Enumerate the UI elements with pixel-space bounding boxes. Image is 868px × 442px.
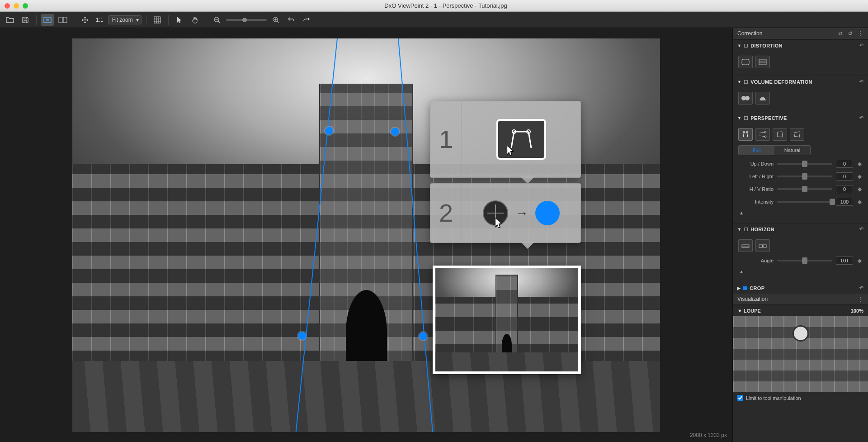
reset-icon[interactable]: ↶	[859, 226, 863, 232]
section-title: CROP	[750, 285, 764, 291]
open-file-button[interactable]	[4, 14, 16, 26]
perspective-tool-icon	[496, 119, 546, 160]
leftright-value[interactable]	[836, 172, 853, 181]
perspective-vertical-button[interactable]	[738, 128, 753, 141]
perspective-handle[interactable]	[419, 332, 427, 340]
volume-section-header[interactable]: ▼ VOLUME DEFORMATION ↶	[733, 76, 868, 87]
tutorial-callout-step1: 1	[430, 101, 581, 178]
single-view-button[interactable]	[41, 14, 54, 26]
grid-button[interactable]	[151, 14, 164, 26]
section-title: PERSPECTIVE	[750, 115, 787, 121]
image-viewport[interactable]: 1 2 →	[0, 28, 732, 442]
move-tool-button[interactable]	[79, 14, 91, 26]
perspective-horizontal-button[interactable]	[755, 128, 770, 141]
panel-title: Correction	[737, 30, 762, 37]
compare-view-button[interactable]	[57, 14, 69, 26]
svg-point-11	[745, 96, 750, 100]
zoom-1to1-button[interactable]: 1:1	[94, 17, 105, 23]
leftright-label: Left / Right	[738, 174, 774, 179]
reset-all-icon[interactable]: ↺	[847, 30, 854, 37]
perspective-mode-tabs: Full Natural	[738, 145, 811, 155]
panel-menu-icon[interactable]: ⋮	[857, 30, 863, 37]
distortion-manual-button[interactable]	[755, 56, 770, 68]
reset-icon[interactable]: ↶	[859, 79, 863, 85]
pointer-tool-button[interactable]	[173, 14, 186, 26]
svg-rect-2	[59, 17, 62, 23]
reset-icon[interactable]: ↶	[859, 285, 863, 291]
svg-point-18	[762, 245, 764, 247]
right-panel: Correction ⧉ ↺ ⋮ ▼ DISTORTION ↶ ▼ VOLUME…	[732, 28, 868, 442]
stepper-icon[interactable]: ◆	[857, 199, 863, 205]
leftright-slider[interactable]	[777, 176, 832, 177]
handle-dot-icon	[535, 201, 560, 225]
loupe-zoom[interactable]: 100%	[851, 308, 863, 314]
perspective-handle[interactable]	[325, 127, 333, 135]
distortion-auto-button[interactable]	[738, 56, 753, 68]
hand-tool-button[interactable]	[189, 14, 201, 26]
perspective-rectangle-button[interactable]	[773, 128, 787, 141]
mode-natural-tab[interactable]: Natural	[774, 146, 810, 155]
hvratio-value[interactable]	[836, 185, 853, 193]
zoom-out-icon[interactable]	[211, 14, 223, 26]
popout-icon[interactable]: ⧉	[837, 30, 844, 37]
mode-full-tab[interactable]: Full	[739, 146, 774, 155]
panel-menu-icon[interactable]: ⋮	[857, 296, 863, 302]
intensity-value[interactable]	[836, 198, 853, 206]
collapse-icon[interactable]: ▴	[738, 209, 745, 216]
distortion-section-header[interactable]: ▼ DISTORTION ↶	[733, 39, 868, 51]
angle-value[interactable]	[836, 257, 853, 265]
svg-rect-8	[742, 59, 749, 65]
crop-section-header[interactable]: ▶ CROP ↶	[733, 282, 868, 294]
angle-slider[interactable]	[777, 260, 832, 261]
undo-button[interactable]	[285, 14, 297, 26]
section-title: DISTORTION	[750, 43, 783, 48]
stepper-icon[interactable]: ◆	[857, 186, 863, 192]
zoom-slider[interactable]	[226, 19, 267, 21]
arrow-right-icon: →	[515, 205, 528, 221]
updown-slider[interactable]	[777, 163, 832, 165]
close-window-button[interactable]	[5, 3, 10, 9]
hvratio-slider[interactable]	[777, 188, 832, 190]
intensity-slider[interactable]	[777, 201, 832, 203]
perspective-8point-button[interactable]	[790, 128, 804, 141]
stepper-icon[interactable]: ◆	[857, 173, 863, 180]
updown-label: Up / Down	[738, 161, 774, 166]
zoom-select[interactable]: Fit zoom	[108, 15, 142, 24]
perspective-handle[interactable]	[391, 128, 399, 136]
stepper-icon[interactable]: ◆	[857, 161, 863, 167]
main-toolbar: 1:1 Fit zoom	[0, 12, 868, 28]
collapse-icon[interactable]: ▴	[738, 268, 745, 275]
reset-icon[interactable]: ↶	[859, 115, 863, 121]
limit-label: Limit to tool manipulation	[746, 395, 801, 401]
horizon-auto-button[interactable]	[738, 239, 753, 252]
zoom-window-button[interactable]	[23, 3, 28, 9]
volume-diagonal-button[interactable]	[755, 92, 770, 105]
loupe-header[interactable]: ▼ LOUPE 100%	[733, 305, 868, 316]
step-number: 2	[430, 184, 462, 242]
reset-icon[interactable]: ↶	[859, 43, 863, 48]
section-title: LOUPE	[744, 308, 761, 314]
horizon-level-button[interactable]	[755, 239, 770, 252]
save-button[interactable]	[19, 14, 32, 26]
step-number: 1	[430, 101, 462, 177]
svg-rect-1	[46, 19, 49, 21]
section-title: HORIZON	[750, 227, 774, 232]
visualization-panel-header: Visualization ⋮	[733, 294, 868, 305]
zoom-in-icon[interactable]	[269, 14, 282, 26]
window-controls	[5, 3, 28, 9]
limit-checkbox[interactable]	[737, 395, 743, 401]
result-preview	[433, 266, 581, 374]
volume-horizontal-button[interactable]	[738, 92, 753, 105]
stepper-icon[interactable]: ◆	[857, 257, 863, 264]
svg-rect-9	[759, 59, 766, 65]
window-titlebar: DxO ViewPoint 2 - 1 - Perspective - Tuto…	[0, 0, 868, 12]
updown-value[interactable]	[836, 160, 853, 168]
minimize-window-button[interactable]	[14, 3, 19, 9]
hvratio-label: H / V Ratio	[738, 186, 774, 192]
svg-rect-3	[63, 17, 67, 23]
loupe-view[interactable]	[733, 316, 868, 392]
redo-button[interactable]	[300, 14, 313, 26]
horizon-section-header[interactable]: ▼ HORIZON ↶	[733, 223, 868, 235]
perspective-handle[interactable]	[298, 332, 306, 340]
perspective-section-header[interactable]: ▼ PERSPECTIVE ↶	[733, 112, 868, 124]
